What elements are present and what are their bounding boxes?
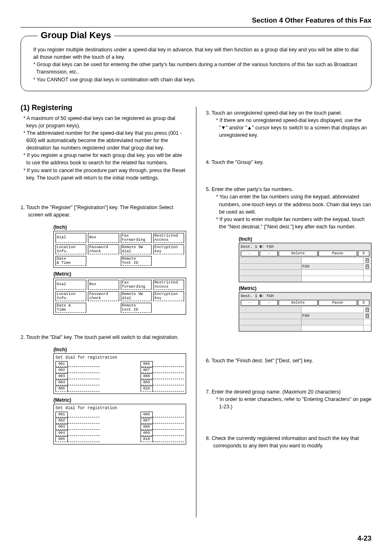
reg-note-1: * A maximum of 50 speed-dial keys can be… bbox=[21, 115, 186, 129]
panel-btn-fax-forwarding[interactable]: FaxForwarding bbox=[121, 233, 152, 243]
left-column: (1) Registering * A maximum of 50 speed-… bbox=[21, 104, 186, 496]
g-icon: G bbox=[366, 265, 369, 269]
panel-btn-encryption-key-m[interactable]: Encryptionkey bbox=[153, 291, 184, 301]
fig-label-metric-2: (Metric) bbox=[53, 397, 186, 403]
pause-button[interactable]: Pause bbox=[318, 251, 357, 256]
right-arrow-button-m[interactable]: → bbox=[260, 300, 278, 306]
panel-btn-password-check[interactable]: Passwordcheck bbox=[88, 244, 119, 254]
dial-002-m[interactable]: 002 bbox=[55, 418, 68, 424]
dial-001-m[interactable]: 001 bbox=[55, 412, 68, 417]
panel-btn-remote-test-id-m[interactable]: Remotetest ID bbox=[121, 303, 152, 313]
dest-header-m: Dest. 1 ☎: FGH bbox=[239, 292, 371, 299]
step-3-note: * If there are no unregistered speed-dia… bbox=[213, 117, 371, 139]
step-5-note-1: * You can enter the fax numbers using th… bbox=[213, 193, 371, 215]
step-1: 1. Touch the "Register" ["Registration"]… bbox=[21, 204, 186, 219]
s-button[interactable]: S bbox=[358, 251, 369, 256]
register-panel-metric: Dial Box Faxforwarding RestrictedAccess … bbox=[53, 278, 186, 315]
pause-button-m[interactable]: Pause bbox=[318, 300, 357, 306]
panel-btn-dial[interactable]: Dial bbox=[55, 233, 86, 243]
panel-btn-box-m[interactable]: Box bbox=[88, 280, 119, 290]
section-header: Section 4 Other Features of this Fax bbox=[21, 16, 371, 28]
callout-title: Group Dial Keys bbox=[37, 30, 114, 41]
dest-row-fgh: FGH bbox=[302, 264, 364, 269]
step-7: 7. Enter the desired group name. (Maximu… bbox=[206, 388, 371, 410]
step-3: 3. Touch an unregistered speed-dial key … bbox=[206, 109, 371, 139]
panel-btn-password-check-m[interactable]: Passwordcheck bbox=[88, 291, 119, 301]
panel-btn-remote-sw-dial-m[interactable]: Remote SWdial bbox=[121, 291, 152, 301]
dial-007[interactable]: 007 bbox=[141, 367, 153, 373]
g-icon: G bbox=[366, 258, 369, 263]
dial-004-m[interactable]: 004 bbox=[55, 430, 68, 436]
dial-007-m[interactable]: 007 bbox=[141, 418, 153, 424]
g-icon: G bbox=[366, 314, 369, 318]
dial-009[interactable]: 009 bbox=[141, 380, 153, 385]
right-column: 3. Touch an unregistered speed-dial key … bbox=[206, 104, 371, 496]
dial-001[interactable]: 001 bbox=[55, 361, 68, 367]
panel-btn-remote-test-id[interactable]: RemoteTest ID bbox=[121, 256, 152, 266]
dial-reg-panel-inch: Set dial for registration 001 002 003 00… bbox=[53, 353, 186, 394]
dial-005[interactable]: 005 bbox=[55, 386, 68, 391]
step-7-text: 7. Enter the desired group name. (Maximu… bbox=[206, 389, 341, 395]
step-7-note: * In order to enter characters, refer to… bbox=[213, 396, 371, 410]
panel-btn-restricted-access[interactable]: RestrictedAccess bbox=[153, 233, 184, 243]
panel-btn-fax-forwarding-m[interactable]: Faxforwarding bbox=[121, 280, 152, 290]
fig-label-metric-1: (Metric) bbox=[53, 271, 186, 277]
g-icon: G bbox=[366, 308, 369, 312]
panel-btn-date-time[interactable]: Date& Time bbox=[55, 256, 86, 266]
delete-button-m[interactable]: Delete bbox=[279, 300, 318, 306]
dial-008-m[interactable]: 008 bbox=[141, 424, 153, 430]
dest-panel-inch: Dest. 1 ☎: FGH ← → Delete Pause S G FGHG bbox=[239, 243, 371, 282]
delete-button[interactable]: Delete bbox=[279, 251, 318, 256]
dial-010-m[interactable]: 010 bbox=[141, 436, 153, 442]
step-3-text: 3. Touch an unregistered speed-dial key … bbox=[206, 110, 342, 116]
dial-003-m[interactable]: 003 bbox=[55, 424, 68, 430]
dial-006[interactable]: 006 bbox=[141, 361, 153, 367]
step-4: 4. Touch the "Group" key. bbox=[206, 159, 371, 166]
left-arrow-button-m[interactable]: ← bbox=[241, 300, 259, 306]
step-5-text: 5. Enter the other party's fax numbers. bbox=[206, 187, 293, 192]
fig-label-metric-3: (Metric) bbox=[239, 286, 371, 291]
left-arrow-button[interactable]: ← bbox=[241, 251, 259, 256]
reg-note-4: * If you want to cancel the procedure pa… bbox=[21, 167, 186, 182]
reg-note-2: * The abbreviated number for the speed-d… bbox=[21, 129, 186, 152]
step-5-note-2: * If you want to enter multiple fax numb… bbox=[213, 216, 371, 230]
dial-006-m[interactable]: 006 bbox=[141, 412, 153, 417]
panel-btn-box[interactable]: Box bbox=[88, 233, 119, 243]
panel-btn-location-info[interactable]: LocationInfo. bbox=[55, 244, 86, 254]
step-2: 2. Touch the "Dial" key. The touch panel… bbox=[21, 334, 186, 341]
panel-btn-location-info-m[interactable]: LocationInfo. bbox=[55, 291, 86, 301]
panel-btn-encryption-key[interactable]: Encryptionkey bbox=[153, 244, 184, 254]
registering-heading: (1) Registering bbox=[21, 104, 186, 112]
s-button-m[interactable]: S bbox=[358, 300, 369, 306]
column-divider bbox=[196, 107, 196, 518]
step-5: 5. Enter the other party's fax numbers. … bbox=[206, 186, 371, 230]
dest-row-fgh-m: FGH bbox=[302, 313, 364, 319]
fig-label-inch-2: (Inch) bbox=[53, 347, 186, 352]
callout-box: Group Dial Keys If you register multiple… bbox=[21, 36, 371, 91]
dial-003[interactable]: 003 bbox=[55, 373, 68, 379]
callout-note-2: * You CANNOT use group dial keys in comb… bbox=[33, 76, 359, 83]
step-6: 6. Touch the "Finish dest. Set" ["Dest. … bbox=[206, 357, 371, 364]
panel-btn-restricted-access-m[interactable]: RestrictedAccess bbox=[153, 280, 184, 290]
dial-004[interactable]: 004 bbox=[55, 380, 68, 385]
dial-009-m[interactable]: 009 bbox=[141, 430, 153, 436]
callout-note-1: * Group dial keys can be used for enteri… bbox=[33, 61, 359, 76]
panel-btn-date-time-m[interactable]: Date &Time bbox=[55, 303, 86, 313]
dial-reg-title: Set dial for registration bbox=[55, 355, 184, 360]
panel-btn-dial-m[interactable]: Dial bbox=[55, 280, 86, 290]
dial-008[interactable]: 008 bbox=[141, 373, 153, 379]
fig-label-inch-1: (Inch) bbox=[53, 224, 186, 230]
dial-reg-title-m: Set dial for registration bbox=[55, 406, 184, 410]
register-panel-inch: Dial Box FaxForwarding RestrictedAccess … bbox=[53, 231, 186, 268]
dial-005-m[interactable]: 005 bbox=[55, 436, 68, 442]
step-8: 8. Check the currently registered inform… bbox=[206, 435, 371, 449]
callout-intro: If you register multiple destinations un… bbox=[33, 47, 358, 60]
reg-note-3: * If you register a group name for each … bbox=[21, 152, 186, 166]
dest-header: Dest. 1 ☎: FGH bbox=[239, 243, 371, 250]
page-number: 4-23 bbox=[357, 534, 371, 543]
dial-002[interactable]: 002 bbox=[55, 367, 68, 373]
dial-reg-panel-metric: Set dial for registration 001 002 003 00… bbox=[53, 404, 186, 444]
dial-010[interactable]: 010 bbox=[141, 386, 153, 391]
panel-btn-remote-sw-dial[interactable]: Remote SWdial bbox=[121, 244, 152, 254]
right-arrow-button[interactable]: → bbox=[260, 251, 278, 256]
